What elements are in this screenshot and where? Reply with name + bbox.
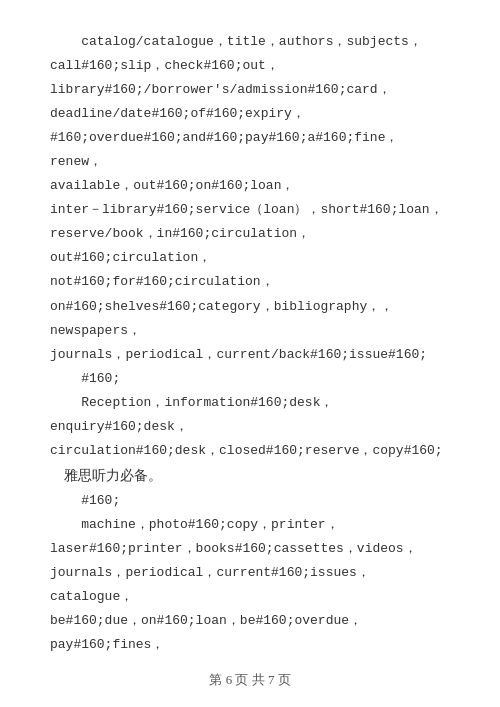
footer-text: 第 6 页 共 7 页: [209, 672, 290, 687]
line-10: on#160;shelves#160;category，bibliography…: [50, 295, 450, 343]
page-footer: 第 6 页 共 7 页: [0, 671, 500, 689]
line-1: catalog/catalogue，title，authors，subjects…: [50, 30, 450, 54]
line-7: inter－library#160;service（loan），short#16…: [50, 198, 450, 222]
line-6: available，out#160;on#160;loan，: [50, 174, 450, 198]
line-14: circulation#160;desk，closed#160;reserve，…: [50, 439, 450, 463]
line-16: #160;: [50, 489, 450, 513]
line-4: deadline/date#160;of#160;expiry，: [50, 102, 450, 126]
line-11: journals，periodical，current/back#160;iss…: [50, 343, 450, 367]
line-19: journals，periodical，current#160;issues，c…: [50, 561, 450, 609]
line-9: not#160;for#160;circulation，: [50, 270, 450, 294]
line-12: #160;: [50, 367, 450, 391]
line-17: machine，photo#160;copy，printer，: [50, 513, 450, 537]
line-8: reserve/book，in#160;circulation，out#160;…: [50, 222, 450, 270]
line-2: call#160;slip，check#160;out，: [50, 54, 450, 78]
line-20: be#160;due，on#160;loan，be#160;overdue，pa…: [50, 609, 450, 657]
line-13: Reception，information#160;desk，enquiry#1…: [50, 391, 450, 439]
page-content: catalog/catalogue，title，authors，subjects…: [0, 0, 500, 687]
line-18: laser#160;printer，books#160;cassettes，vi…: [50, 537, 450, 561]
line-5: #160;overdue#160;and#160;pay#160;a#160;f…: [50, 126, 450, 174]
line-15: 雅思听力必备。: [50, 463, 450, 489]
line-3: library#160;/borrower's/admission#160;ca…: [50, 78, 450, 102]
